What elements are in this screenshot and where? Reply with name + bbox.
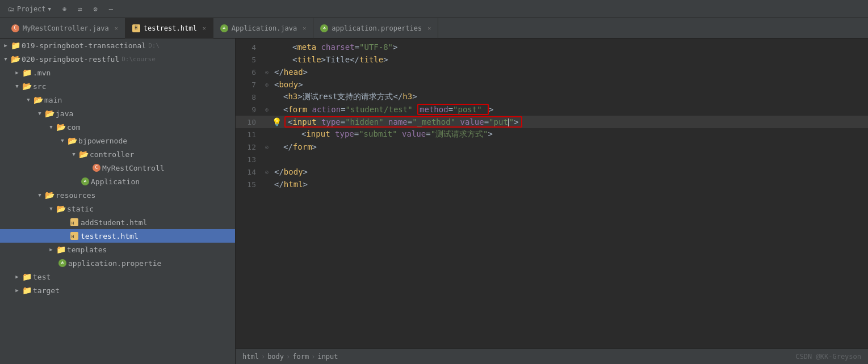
folder-icon: 📂	[68, 136, 77, 145]
sidebar-item-test[interactable]: ▶ 📁 test	[0, 270, 235, 283]
code-content: </html>	[272, 180, 868, 189]
item-label: resources	[56, 191, 95, 200]
sidebar-item-src[interactable]: ▼ 📂 src	[0, 79, 235, 93]
item-label: main	[44, 96, 62, 104]
item-path: D:\course	[121, 56, 156, 63]
tab-bar: C MyRestController.java ✕ H testrest.htm…	[0, 18, 868, 39]
sidebar-item-com[interactable]: ▼ 📂 com	[0, 120, 235, 134]
sidebar-item-testrest[interactable]: ▶ H testrest.html	[0, 229, 235, 243]
arrow-icon: ▼	[36, 192, 43, 198]
sync-btn[interactable]: ⇄	[74, 4, 85, 14]
code-line-11: 11 <input type="submit" value="测试请求方式">	[236, 128, 868, 141]
sidebar-item-application[interactable]: ▶ ☘ Application	[0, 175, 235, 188]
fold-btn	[263, 180, 271, 188]
breadcrumb-html[interactable]: html	[242, 353, 259, 361]
item-label: static	[67, 205, 94, 213]
arrow-icon: ▶	[14, 69, 20, 76]
tab-close-icon[interactable]: ✕	[203, 25, 206, 31]
java-file-icon: C	[11, 24, 19, 32]
html-icon: H	[70, 231, 79, 240]
sidebar-item-static[interactable]: ▼ 📂 static	[0, 202, 235, 215]
arrow-icon: ▶	[48, 246, 54, 253]
item-label: addStudent.html	[81, 218, 147, 227]
item-label: Application	[91, 177, 140, 186]
spring-icon: ☘	[81, 177, 89, 185]
item-label: templates	[67, 246, 107, 254]
code-area[interactable]: 4 <meta charset="UTF-8"> 5 <title>Title<…	[236, 39, 868, 348]
arrow-icon: ▼	[2, 56, 9, 62]
sidebar-item-appprops[interactable]: ▶ ☘ application.propertie	[0, 256, 235, 270]
item-label: application.propertie	[68, 259, 161, 268]
sidebar-item-myrestcontroller[interactable]: ▶ C MyRestControll	[0, 161, 235, 175]
line-number: 15	[236, 180, 263, 189]
settings-btn[interactable]: ⚙	[90, 4, 100, 14]
tab-myrestcontroller[interactable]: C MyRestController.java ✕	[5, 18, 125, 39]
fold-btn[interactable]: ⊙	[263, 168, 271, 176]
sidebar-item-main[interactable]: ▼ 📂 main	[0, 93, 235, 107]
item-label: target	[33, 286, 60, 295]
code-line-14: 14 ⊙ </body>	[236, 166, 868, 178]
tab-label: Application.java	[232, 24, 297, 32]
top-toolbar: 🗂 Project ▼ ⊕ ⇄ ⚙ —	[0, 0, 868, 18]
code-content: </form>	[272, 142, 868, 151]
item-label: 020-springboot-restful	[22, 55, 119, 64]
code-content: <meta charset="UTF-8">	[272, 43, 868, 52]
item-label: MyRestControll	[102, 164, 165, 172]
sidebar-item-controller[interactable]: ▼ 📂 controller	[0, 147, 235, 161]
copyright-text: CSDN @KK-Greyson	[795, 353, 861, 361]
item-label: testrest.html	[81, 232, 139, 240]
folder-icon: 📂	[45, 109, 54, 118]
arrow-icon: ▼	[70, 151, 77, 158]
item-label: src	[33, 82, 46, 91]
sidebar-item-addstudent[interactable]: ▶ H addStudent.html	[0, 215, 235, 229]
tab-testrest[interactable]: H testrest.html ✕	[125, 18, 213, 39]
tab-close-icon[interactable]: ✕	[303, 25, 306, 31]
breadcrumb-sep: ›	[311, 353, 315, 361]
html-icon: H	[70, 218, 79, 227]
minimize-btn[interactable]: —	[106, 4, 116, 14]
sidebar-item-templates[interactable]: ▶ 📁 templates	[0, 243, 235, 256]
arrow-icon: ▼	[48, 205, 54, 212]
sidebar-item-java[interactable]: ▼ 📂 java	[0, 107, 235, 120]
code-line-6: 6 ⊙ </head>	[236, 66, 868, 78]
sidebar-item-020[interactable]: ▼ 📂 020-springboot-restful D:\course	[0, 52, 235, 66]
bulb-icon[interactable]: 💡	[272, 117, 281, 126]
item-path: D:\	[148, 42, 160, 49]
fold-btn[interactable]: ⊙	[263, 81, 271, 88]
main-area: ▶ 📁 019-springboot-transactional D:\ ▼ 📂…	[0, 39, 868, 364]
add-btn[interactable]: ⊕	[59, 4, 70, 14]
tab-appprops[interactable]: ☘ application.properties ✕	[313, 18, 438, 39]
folder-icon: 📂	[45, 191, 54, 200]
sidebar-item-resources[interactable]: ▼ 📂 resources	[0, 188, 235, 202]
code-line-10: 10 💡 <input type="hidden" name="_method"…	[236, 116, 868, 128]
sidebar-item-mvn[interactable]: ▶ 📁 .mvn	[0, 66, 235, 79]
sidebar-item-019[interactable]: ▶ 📁 019-springboot-transactional D:\	[0, 39, 235, 52]
breadcrumb-body[interactable]: body	[267, 353, 284, 361]
code-line-13: 13	[236, 153, 868, 166]
fold-btn	[263, 56, 271, 64]
sidebar-item-bjpowernode[interactable]: ▼ 📂 bjpowernode	[0, 134, 235, 147]
sidebar-item-target[interactable]: ▶ 📁 target	[0, 283, 235, 297]
sidebar: ▶ 📁 019-springboot-transactional D:\ ▼ 📂…	[0, 39, 236, 364]
breadcrumb-form[interactable]: form	[292, 353, 309, 361]
arrow-icon: ▼	[25, 96, 32, 103]
project-view-btn[interactable]: 🗂 Project ▼	[5, 4, 54, 14]
fold-btn[interactable]: ⊙	[263, 68, 271, 76]
folder-icon: 📂	[11, 54, 20, 64]
breadcrumb-input[interactable]: input	[317, 353, 338, 361]
svg-text:H: H	[72, 235, 74, 239]
code-content: <title>Title</title>	[272, 55, 868, 64]
fold-btn[interactable]: ⊙	[263, 105, 271, 113]
tab-application[interactable]: ☘ Application.java ✕	[213, 18, 314, 39]
tab-close-icon[interactable]: ✕	[427, 25, 431, 31]
tab-close-icon[interactable]: ✕	[115, 25, 118, 31]
fold-btn[interactable]: ⊙	[263, 143, 271, 151]
item-label: .mvn	[33, 69, 51, 77]
tab-label: application.properties	[332, 24, 422, 32]
line-number: 5	[236, 56, 263, 64]
item-label: java	[56, 109, 73, 118]
line-number: 6	[236, 68, 263, 77]
code-editor[interactable]: 4 <meta charset="UTF-8"> 5 <title>Title<…	[236, 39, 868, 364]
code-content: <h3>测试rest支持的请求方式</h3>	[272, 92, 868, 102]
highlight-form-method: method="post"	[417, 104, 489, 115]
